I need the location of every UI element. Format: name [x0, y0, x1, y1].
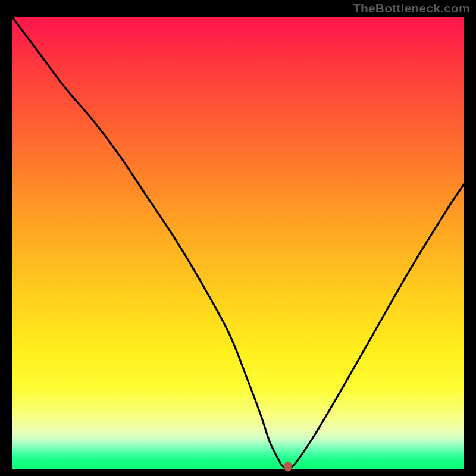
watermark-text: TheBottleneck.com — [353, 1, 470, 15]
bottleneck-curve — [12, 17, 464, 469]
curve-svg — [12, 17, 464, 469]
plot-area — [12, 17, 464, 469]
optimum-marker — [284, 462, 292, 472]
chart-frame: TheBottleneck.com — [0, 0, 476, 476]
